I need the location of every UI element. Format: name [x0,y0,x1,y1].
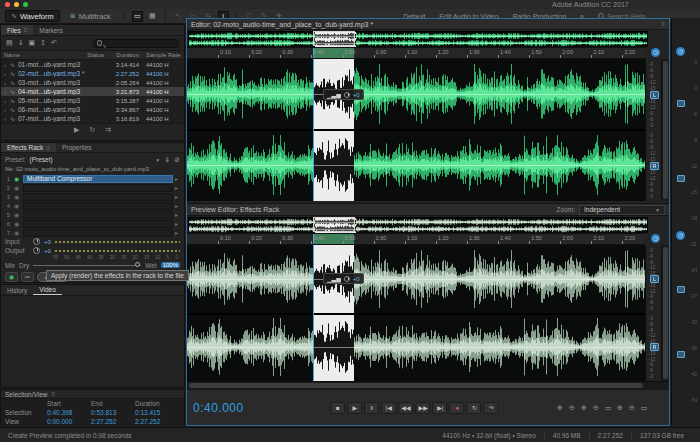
output-gain-knob[interactable] [33,247,40,254]
preview-zoom-dropdown[interactable]: Independent ▼ [579,205,665,215]
preview-overview-strip[interactable] [187,216,669,233]
autoplay-icon[interactable]: ⇉ [105,126,111,134]
chevron-right-icon[interactable]: ▸ [175,175,182,182]
tab-markers[interactable]: Markers [33,25,68,35]
preview-amplitude-ruler[interactable]: -3-6-9-12-15-∞-15-12-9-6-3L-3-6-9-12-15-… [645,245,661,381]
chevron-right-icon[interactable]: ▸ [175,202,182,209]
main-waveform[interactable] [187,59,645,201]
timeline-ruler[interactable]: 0:100:200:300:400:501:001:101:201:301:40… [187,47,645,59]
vertical-scrollbar[interactable] [661,59,669,201]
time-format-clock-icon[interactable]: ◷ [676,47,685,56]
fast-forward-button[interactable]: ▶▶ [416,402,431,414]
file-row[interactable]: ›∿03-mot...ub-yard.mp32:05.26444100 H [1,78,184,87]
loop-preview-icon[interactable]: ↻ [89,126,95,134]
waveform-view-button[interactable]: ∿ Waveform [5,10,60,22]
undo-icon[interactable]: ↶ [51,39,57,47]
files-search-box[interactable] [93,39,179,48]
zoom-in-amplitude-button[interactable]: ⊕ [615,403,625,413]
time-display[interactable]: 0:40.000 [193,401,244,415]
rewind-button[interactable]: ◀◀ [398,402,413,414]
view-row[interactable]: View 0:00.000 2:27.252 2:27.252 [1,417,184,426]
time-format-clock-icon[interactable]: ◷ [651,234,660,243]
playhead[interactable] [313,234,314,244]
channel-button[interactable] [677,100,685,107]
overview-selection[interactable] [313,31,355,46]
mix-slider-handle[interactable] [135,262,140,267]
horizontal-scrollbar[interactable] [187,381,669,389]
preview-volume-hud[interactable]: ▁▃▅ +0 [323,273,364,284]
preset-dropdown[interactable]: (Preset) ▼ [30,156,161,163]
tab-video[interactable]: Video [33,285,62,295]
volume-hud[interactable]: ▁▃▅ +0 [323,89,364,100]
chevron-right-icon[interactable]: ▸ [175,193,182,200]
chevron-right-icon[interactable]: ▸ [175,211,182,218]
rack-power-button[interactable]: ◉ [5,272,18,282]
channel-right-button[interactable]: R [650,343,659,351]
move-tool-icon[interactable]: ↖ [173,11,184,22]
save-preset-icon[interactable]: ⇓ [164,156,170,164]
show-waveform-icon[interactable]: ▭ [132,11,143,22]
channel-right-button[interactable]: R [650,162,659,170]
effect-name[interactable]: Multiband Compressor [23,175,173,183]
playhead[interactable] [313,59,314,201]
panel-menu-icon[interactable]: ≡ [52,391,56,397]
zoom-in-time-button[interactable]: ⊕ [579,403,589,413]
effect-slot[interactable]: 7◉▸ [3,228,182,237]
play-button[interactable]: ▶ [347,402,362,414]
power-icon[interactable]: ◉ [12,220,21,227]
tab-files[interactable]: Files ≡ [1,25,33,35]
preview-overview-waveform[interactable] [188,217,648,234]
delete-preset-icon[interactable]: ⊘ [174,156,180,164]
chevron-right-icon[interactable]: ▸ [175,184,182,191]
zoom-out-amplitude-button[interactable]: ⊖ [627,403,637,413]
amplitude-ruler[interactable]: -3-6-9-12-15-∞-15-12-9-6-3L-3-6-9-12-15-… [645,59,661,201]
export-file-icon[interactable]: ↥ [40,39,46,47]
channel-button[interactable] [677,286,685,293]
tab-effects-rack[interactable]: Effects Rack ≡ [1,143,56,152]
vertical-scrollbar[interactable] [661,245,669,381]
preview-waveform[interactable] [187,245,645,381]
file-row[interactable]: ›∿06-mot...ub-yard.mp33:34.86744100 H [1,105,184,114]
hud-gain-knob[interactable] [344,92,350,98]
effect-slot[interactable]: 3◉▸ [3,192,182,201]
record-button[interactable]: ● [450,402,465,414]
media-browser-icon[interactable]: ▤ [6,39,13,47]
panel-menu-icon[interactable]: ≡ [661,21,665,27]
new-content-icon[interactable]: ▣ [29,39,36,47]
files-search-input[interactable] [105,40,175,46]
overview-waveform[interactable] [188,31,648,48]
close-window-button[interactable] [5,2,10,7]
power-icon[interactable]: ◉ [12,184,21,191]
chevron-right-icon[interactable]: ▸ [175,229,182,236]
mix-slider[interactable] [33,265,141,266]
zoom-reset-button[interactable]: ▭ [639,403,649,413]
power-icon[interactable]: ◉ [12,193,21,200]
time-format-clock-icon[interactable]: ◷ [676,231,685,240]
skip-selection-button[interactable]: ↷ [484,402,499,414]
power-icon[interactable]: ◉ [12,211,21,218]
chevron-right-icon[interactable]: ▸ [175,220,182,227]
zoom-in-button[interactable]: ⊕ [555,403,565,413]
file-row[interactable]: ›∿02-mot...ub-yard.mp3 *2:27.25244100 H [1,69,184,78]
skip-to-start-button[interactable]: |◀ [381,402,396,414]
effect-slot[interactable]: 6◉▸ [3,219,182,228]
effect-slot[interactable]: 2◉▸ [3,183,182,192]
rack-toggle-button[interactable]: ≔ [21,272,34,282]
zoom-out-button[interactable]: ⊖ [567,403,577,413]
preview-overview-selection[interactable] [313,217,355,232]
power-icon[interactable]: ◉ [12,202,21,209]
overview-strip[interactable] [187,30,669,47]
file-row[interactable]: ›∿04-mot...ub-yard.mp33:21.87344100 H [1,87,184,96]
channel-button[interactable] [677,175,685,182]
power-icon[interactable]: ◉ [12,175,21,182]
file-row[interactable]: ›∿07-mot...ub-yard.mp33:16.81944100 H [1,114,184,123]
panel-menu-icon[interactable]: ≡ [24,27,28,33]
files-column-headers[interactable]: Name Status Duration Sample Rate [1,50,184,60]
play-preview-icon[interactable]: ▶ [74,126,79,134]
channel-button[interactable] [677,351,685,358]
time-format-clock-icon[interactable]: ◷ [651,48,660,57]
hud-gain-knob[interactable] [344,276,350,282]
effect-slot[interactable]: 4◉▸ [3,201,182,210]
stop-button[interactable]: ■ [330,402,345,414]
loop-playback-button[interactable]: ↻ [467,402,482,414]
